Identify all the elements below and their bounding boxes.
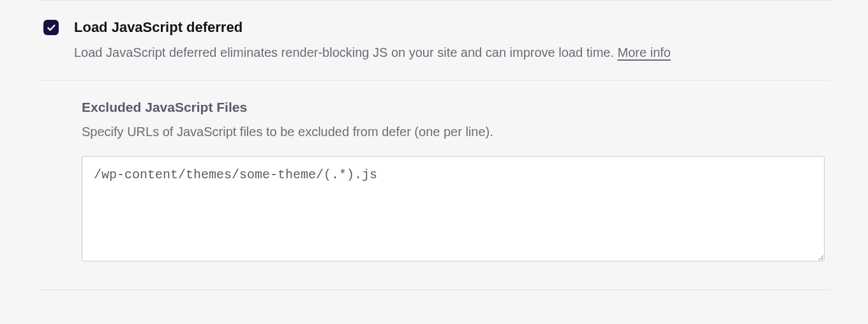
excluded-description: Specify URLs of JavaScript files to be e…: [82, 123, 825, 141]
option-content: Load JavaScript deferred Load JavaScript…: [74, 19, 825, 62]
defer-js-option-row: Load JavaScript deferred Load JavaScript…: [37, 1, 831, 80]
option-description: Load JavaScript deferred eliminates rend…: [74, 43, 825, 62]
option-title: Load JavaScript deferred: [74, 19, 825, 37]
option-description-text: Load JavaScript deferred eliminates rend…: [74, 45, 618, 59]
excluded-section: Excluded JavaScript Files Specify URLs o…: [37, 81, 831, 289]
excluded-files-textarea[interactable]: [82, 156, 825, 261]
checkbox-wrapper: [43, 19, 59, 35]
checkmark-icon: [46, 22, 56, 33]
defer-js-checkbox[interactable]: [43, 20, 59, 35]
more-info-link[interactable]: More info: [618, 45, 671, 59]
divider-bottom: [37, 289, 831, 290]
excluded-title: Excluded JavaScript Files: [82, 100, 825, 115]
